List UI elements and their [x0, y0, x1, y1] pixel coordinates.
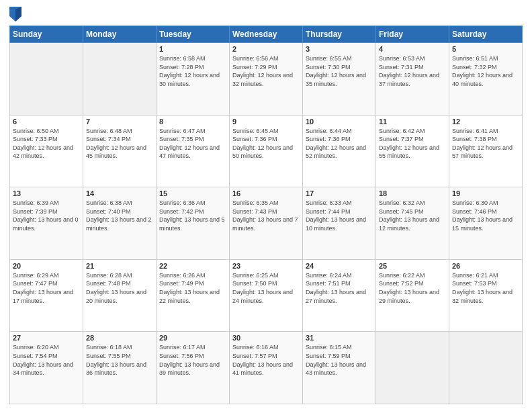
day-number: 15 — [159, 189, 226, 197]
calendar-cell: 14Sunrise: 6:38 AMSunset: 7:40 PMDayligh… — [83, 187, 157, 260]
day-info: Sunrise: 6:21 AMSunset: 7:53 PMDaylight:… — [452, 271, 519, 305]
day-number: 13 — [13, 189, 80, 197]
day-number: 20 — [13, 262, 80, 270]
calendar-cell — [376, 332, 449, 404]
calendar-body: 1Sunrise: 6:58 AMSunset: 7:28 PMDaylight… — [10, 43, 523, 404]
day-number: 3 — [306, 45, 373, 53]
header-day-tuesday: Tuesday — [157, 26, 230, 43]
week-row-1: 6Sunrise: 6:50 AMSunset: 7:33 PMDaylight… — [10, 115, 523, 187]
calendar-cell: 16Sunrise: 6:35 AMSunset: 7:43 PMDayligh… — [230, 187, 303, 260]
logo — [9, 7, 24, 21]
day-number: 23 — [232, 262, 300, 270]
day-number: 9 — [232, 118, 300, 126]
day-info: Sunrise: 6:18 AMSunset: 7:55 PMDaylight:… — [86, 343, 153, 377]
day-number: 17 — [306, 189, 373, 197]
calendar-cell: 8Sunrise: 6:47 AMSunset: 7:35 PMDaylight… — [157, 115, 230, 187]
day-number: 5 — [452, 45, 519, 53]
calendar-cell: 6Sunrise: 6:50 AMSunset: 7:33 PMDaylight… — [10, 115, 83, 187]
day-number: 14 — [86, 189, 153, 197]
day-info: Sunrise: 6:38 AMSunset: 7:40 PMDaylight:… — [86, 199, 153, 232]
day-info: Sunrise: 6:29 AMSunset: 7:47 PMDaylight:… — [13, 271, 80, 305]
day-number: 19 — [452, 189, 519, 197]
day-number: 29 — [159, 334, 226, 342]
day-number: 6 — [13, 118, 80, 126]
calendar-cell: 26Sunrise: 6:21 AMSunset: 7:53 PMDayligh… — [449, 259, 523, 332]
day-number: 25 — [379, 262, 446, 270]
calendar-table: SundayMondayTuesdayWednesdayThursdayFrid… — [9, 26, 523, 404]
calendar-cell: 15Sunrise: 6:36 AMSunset: 7:42 PMDayligh… — [157, 187, 230, 260]
day-number: 1 — [159, 45, 226, 53]
day-info: Sunrise: 6:56 AMSunset: 7:29 PMDaylight:… — [232, 54, 300, 88]
week-row-3: 20Sunrise: 6:29 AMSunset: 7:47 PMDayligh… — [10, 259, 523, 332]
calendar-cell — [10, 43, 83, 116]
day-number: 28 — [86, 334, 153, 342]
day-number: 22 — [159, 262, 226, 270]
calendar-cell: 28Sunrise: 6:18 AMSunset: 7:55 PMDayligh… — [83, 332, 157, 404]
day-info: Sunrise: 6:42 AMSunset: 7:37 PMDaylight:… — [379, 127, 446, 161]
week-row-2: 13Sunrise: 6:39 AMSunset: 7:39 PMDayligh… — [10, 187, 523, 260]
day-info: Sunrise: 6:44 AMSunset: 7:36 PMDaylight:… — [306, 127, 373, 161]
day-info: Sunrise: 6:51 AMSunset: 7:32 PMDaylight:… — [452, 54, 519, 88]
calendar-cell — [449, 332, 523, 404]
week-row-0: 1Sunrise: 6:58 AMSunset: 7:28 PMDaylight… — [10, 43, 523, 116]
header-day-sunday: Sunday — [10, 26, 83, 43]
header-day-thursday: Thursday — [303, 26, 376, 43]
day-number: 30 — [232, 334, 300, 342]
day-number: 24 — [306, 262, 373, 270]
day-info: Sunrise: 6:25 AMSunset: 7:50 PMDaylight:… — [232, 271, 300, 305]
calendar-cell: 21Sunrise: 6:28 AMSunset: 7:48 PMDayligh… — [83, 259, 157, 332]
calendar-cell: 19Sunrise: 6:30 AMSunset: 7:46 PMDayligh… — [449, 187, 523, 260]
day-info: Sunrise: 6:17 AMSunset: 7:56 PMDaylight:… — [159, 343, 226, 377]
page: SundayMondayTuesdayWednesdayThursdayFrid… — [0, 0, 532, 411]
day-number: 18 — [379, 189, 446, 197]
day-number: 31 — [306, 334, 373, 342]
header-day-saturday: Saturday — [449, 26, 523, 43]
day-info: Sunrise: 6:58 AMSunset: 7:28 PMDaylight:… — [159, 54, 226, 88]
calendar-cell: 18Sunrise: 6:32 AMSunset: 7:45 PMDayligh… — [376, 187, 449, 260]
day-info: Sunrise: 6:22 AMSunset: 7:52 PMDaylight:… — [379, 271, 446, 305]
day-info: Sunrise: 6:55 AMSunset: 7:30 PMDaylight:… — [306, 54, 373, 88]
day-number: 2 — [232, 45, 300, 53]
calendar-cell: 11Sunrise: 6:42 AMSunset: 7:37 PMDayligh… — [376, 115, 449, 187]
day-info: Sunrise: 6:30 AMSunset: 7:46 PMDaylight:… — [452, 199, 519, 232]
calendar-cell: 7Sunrise: 6:48 AMSunset: 7:34 PMDaylight… — [83, 115, 157, 187]
calendar-cell — [83, 43, 157, 116]
calendar-header: SundayMondayTuesdayWednesdayThursdayFrid… — [10, 26, 523, 43]
calendar-cell: 17Sunrise: 6:33 AMSunset: 7:44 PMDayligh… — [303, 187, 376, 260]
calendar-cell: 23Sunrise: 6:25 AMSunset: 7:50 PMDayligh… — [230, 259, 303, 332]
day-info: Sunrise: 6:41 AMSunset: 7:38 PMDaylight:… — [452, 127, 519, 161]
calendar-cell: 27Sunrise: 6:20 AMSunset: 7:54 PMDayligh… — [10, 332, 83, 404]
day-number: 11 — [379, 118, 446, 126]
header-day-monday: Monday — [83, 26, 157, 43]
day-info: Sunrise: 6:26 AMSunset: 7:49 PMDaylight:… — [159, 271, 226, 305]
calendar-cell: 30Sunrise: 6:16 AMSunset: 7:57 PMDayligh… — [230, 332, 303, 404]
day-info: Sunrise: 6:35 AMSunset: 7:43 PMDaylight:… — [232, 199, 300, 232]
day-number: 27 — [13, 334, 80, 342]
day-number: 21 — [86, 262, 153, 270]
day-info: Sunrise: 6:36 AMSunset: 7:42 PMDaylight:… — [159, 199, 226, 232]
day-number: 4 — [379, 45, 446, 53]
calendar-cell: 24Sunrise: 6:24 AMSunset: 7:51 PMDayligh… — [303, 259, 376, 332]
calendar-cell: 31Sunrise: 6:15 AMSunset: 7:59 PMDayligh… — [303, 332, 376, 404]
calendar-cell: 1Sunrise: 6:58 AMSunset: 7:28 PMDaylight… — [157, 43, 230, 116]
day-info: Sunrise: 6:45 AMSunset: 7:36 PMDaylight:… — [232, 127, 300, 161]
calendar-cell: 3Sunrise: 6:55 AMSunset: 7:30 PMDaylight… — [303, 43, 376, 116]
calendar-cell: 22Sunrise: 6:26 AMSunset: 7:49 PMDayligh… — [157, 259, 230, 332]
day-info: Sunrise: 6:39 AMSunset: 7:39 PMDaylight:… — [13, 199, 80, 232]
calendar-cell: 9Sunrise: 6:45 AMSunset: 7:36 PMDaylight… — [230, 115, 303, 187]
calendar-cell: 4Sunrise: 6:53 AMSunset: 7:31 PMDaylight… — [376, 43, 449, 116]
header-row: SundayMondayTuesdayWednesdayThursdayFrid… — [10, 26, 523, 43]
calendar-cell: 29Sunrise: 6:17 AMSunset: 7:56 PMDayligh… — [157, 332, 230, 404]
day-info: Sunrise: 6:53 AMSunset: 7:31 PMDaylight:… — [379, 54, 446, 88]
day-info: Sunrise: 6:20 AMSunset: 7:54 PMDaylight:… — [13, 343, 80, 377]
logo-icon — [9, 7, 21, 21]
calendar-cell: 20Sunrise: 6:29 AMSunset: 7:47 PMDayligh… — [10, 259, 83, 332]
calendar-cell: 5Sunrise: 6:51 AMSunset: 7:32 PMDaylight… — [449, 43, 523, 116]
day-info: Sunrise: 6:33 AMSunset: 7:44 PMDaylight:… — [306, 199, 373, 232]
calendar-cell: 10Sunrise: 6:44 AMSunset: 7:36 PMDayligh… — [303, 115, 376, 187]
day-number: 12 — [452, 118, 519, 126]
day-info: Sunrise: 6:28 AMSunset: 7:48 PMDaylight:… — [86, 271, 153, 305]
day-info: Sunrise: 6:24 AMSunset: 7:51 PMDaylight:… — [306, 271, 373, 305]
header-day-friday: Friday — [376, 26, 449, 43]
header — [9, 7, 523, 21]
